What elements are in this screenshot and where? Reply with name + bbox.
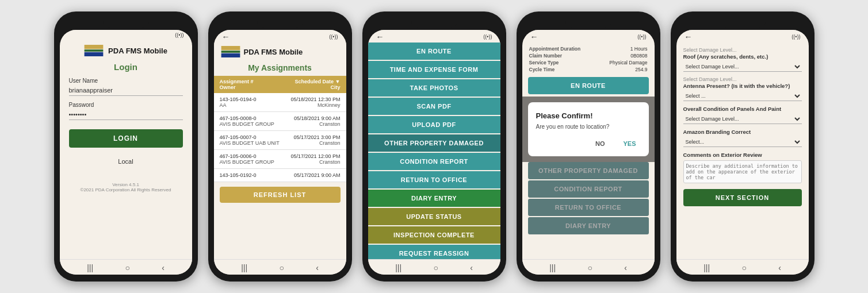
wifi-icon-2: ((•)) — [329, 34, 338, 40]
status-bar-2: ← ((•)) — [214, 30, 346, 43]
confirm-dialog: Please Confirm! Are you en route to loca… — [528, 102, 649, 156]
login-title: Login — [114, 62, 137, 72]
pda-logo-2 — [221, 46, 240, 57]
wifi-icon-4: ((•)) — [637, 34, 646, 40]
return-to-office-button[interactable]: RETURN TO OFFICE — [368, 171, 500, 188]
back-icon-4[interactable]: ‹ — [624, 263, 627, 272]
overall-title: Overall Condition of Panels And Paint — [683, 106, 802, 112]
app-name-2: PDA FMS Mobile — [244, 48, 303, 56]
back-arrow-5[interactable]: ← — [685, 32, 693, 41]
roof-title: Roof (Any scratches, dents, etc.) — [683, 53, 802, 60]
assign-header: PDA FMS Mobile — [214, 43, 346, 61]
back-icon-3[interactable]: ‹ — [470, 263, 473, 272]
username-input[interactable] — [69, 85, 183, 96]
back-arrow-4[interactable]: ← — [530, 32, 538, 41]
assign-owner: AVIS BUDGET GROUP — [220, 121, 274, 127]
request-reassign-button[interactable]: REQUEST REASSIGN — [368, 245, 500, 259]
table-row[interactable]: 467-105-0007-0 05/17/2021 3:00 PM AVIS B… — [214, 131, 346, 150]
back-arrow-3[interactable]: ← — [376, 32, 384, 41]
damage-content: Select Damage Level... Roof (Any scratch… — [676, 43, 809, 259]
modal-overlay: Please Confirm! Are you en route to loca… — [522, 97, 655, 162]
password-input[interactable] — [69, 109, 183, 120]
info-value: 0B0808 — [630, 53, 647, 59]
dialog-no-button[interactable]: NO — [591, 138, 610, 149]
take-photos-button[interactable]: TAKE PHOTOS — [368, 79, 500, 97]
info-row: Service Type Physical Damage — [529, 60, 648, 65]
home-icon-1[interactable]: ||| — [87, 263, 93, 272]
info-label: Claim Number — [529, 53, 563, 59]
other-property-damaged-btn-4: OTHER PROPERTY DAMAGED — [528, 162, 649, 179]
dialog-yes-button[interactable]: YES — [618, 138, 640, 149]
assign-date: 05/17/2021 9:00 AM — [294, 172, 341, 178]
home-icon-2[interactable]: ||| — [241, 263, 247, 272]
upload-pdf-button[interactable]: UPLOAD PDF — [368, 116, 500, 133]
circle-icon-1[interactable]: ○ — [125, 263, 129, 272]
bottom-bar-1: ||| ○ ‹ — [60, 259, 192, 275]
next-section-button[interactable]: NEXT SECTION — [683, 189, 802, 206]
assign-date: 05/17/2021 3:00 PM — [293, 134, 340, 140]
circle-icon-4[interactable]: ○ — [587, 263, 592, 272]
wifi-icon-3: ((•)) — [483, 34, 492, 40]
phone-login: ((•)) PDA FMS Mobile Login User Name Pas… — [54, 11, 198, 282]
phone-assignments: ← ((•)) PDA FMS Mobile My Assignmen — [208, 11, 352, 282]
circle-icon-3[interactable]: ○ — [433, 263, 438, 272]
circle-icon-5[interactable]: ○ — [741, 263, 746, 272]
inspection-complete-button[interactable]: INSPECTION COMPLETE — [368, 226, 500, 244]
pda-logo — [84, 45, 104, 56]
phone-notch-5 — [720, 18, 766, 28]
confirm-content: Appointment Duration 1 Hours Claim Numbe… — [522, 43, 655, 259]
back-arrow-2[interactable]: ← — [222, 32, 230, 41]
wifi-icon-1: ((•)) — [175, 32, 183, 38]
comments-title: Comments on Exterior Review — [683, 152, 802, 158]
phone-notch-2 — [257, 18, 303, 28]
assign-number: 467-105-0006-0 — [220, 153, 257, 159]
table-row[interactable]: 143-105-0194-0 05/18/2021 12:30 PM AA Mc… — [214, 93, 346, 112]
status-bar-4: ← ((•)) — [522, 30, 655, 43]
en-route-button[interactable]: EN ROUTE — [368, 43, 500, 60]
status-bar-5: ← ((•)) — [676, 30, 809, 43]
amazon-select[interactable]: Select... — [683, 137, 802, 147]
home-icon-5[interactable]: ||| — [703, 263, 710, 272]
circle-icon-2[interactable]: ○ — [279, 263, 284, 272]
condition-report-btn-4: CONDITION REPORT — [528, 180, 649, 198]
back-icon-2[interactable]: ‹ — [316, 263, 319, 272]
en-route-btn-4[interactable]: EN ROUTE — [528, 77, 649, 94]
home-icon-4[interactable]: ||| — [549, 263, 556, 272]
assign-logo: PDA FMS Mobile — [221, 46, 303, 57]
update-status-button[interactable]: UPDATE STATUS — [368, 208, 500, 225]
antenna-select-label: Select Damage Level... — [683, 76, 802, 82]
overall-select[interactable]: Select Damage Level... — [683, 114, 802, 124]
bottom-bar-3: ||| ○ ‹ — [368, 259, 500, 275]
login-button[interactable]: LOGIN — [69, 129, 183, 148]
wifi-icon-5: ((•)) — [791, 34, 800, 40]
info-label: Appointment Duration — [529, 46, 581, 52]
back-icon-5[interactable]: ‹ — [778, 263, 781, 272]
svg-rect-3 — [221, 46, 240, 50]
info-value: 254.9 — [635, 67, 647, 72]
antenna-select[interactable]: Select ... — [683, 91, 802, 101]
other-property-damaged-button[interactable]: OTHER PROPERTY DAMAGED — [368, 134, 500, 152]
comments-textarea[interactable] — [683, 160, 802, 183]
assign-owner: AVIS BUDGET UAB UNIT — [220, 140, 280, 146]
assign-city: McKinney — [318, 102, 341, 108]
time-expense-button[interactable]: TIME AND EXPENSE FORM — [368, 61, 500, 78]
diary-entry-button[interactable]: DIARY ENTRY — [368, 190, 500, 207]
info-row: Cycle Time 254.9 — [529, 67, 648, 72]
back-icon-1[interactable]: ‹ — [162, 263, 165, 272]
condition-report-button[interactable]: CONDITION REPORT — [368, 153, 500, 170]
actions-content: EN ROUTE TIME AND EXPENSE FORM TAKE PHOT… — [368, 43, 500, 259]
table-row[interactable]: 467-105-0006-0 05/17/2021 12:00 PM AVIS … — [214, 150, 346, 169]
bottom-bar-5: ||| ○ ‹ — [676, 259, 809, 275]
home-icon-3[interactable]: ||| — [395, 263, 402, 272]
table-row[interactable]: 143-105-0192-0 05/17/2021 9:00 AM — [214, 169, 346, 182]
table-row[interactable]: 467-105-0008-0 05/18/2021 9:00 AM AVIS B… — [214, 112, 346, 131]
roof-select[interactable]: Select Damage Level... — [683, 62, 802, 72]
dialog-message: Are you en route to location? — [536, 124, 641, 130]
phone-notch-1 — [103, 18, 149, 28]
scan-pdf-button[interactable]: SCAN PDF — [368, 98, 500, 115]
assign-table-header: Assignment # Owner Scheduled Date ▼City — [214, 76, 346, 93]
amazon-title: Amazon Branding Correct — [683, 129, 802, 135]
info-label: Service Type — [529, 60, 559, 65]
assignments-screen: PDA FMS Mobile My Assignments Assignment… — [214, 43, 346, 207]
refresh-list-button[interactable]: REFRESH LIST — [220, 187, 341, 203]
